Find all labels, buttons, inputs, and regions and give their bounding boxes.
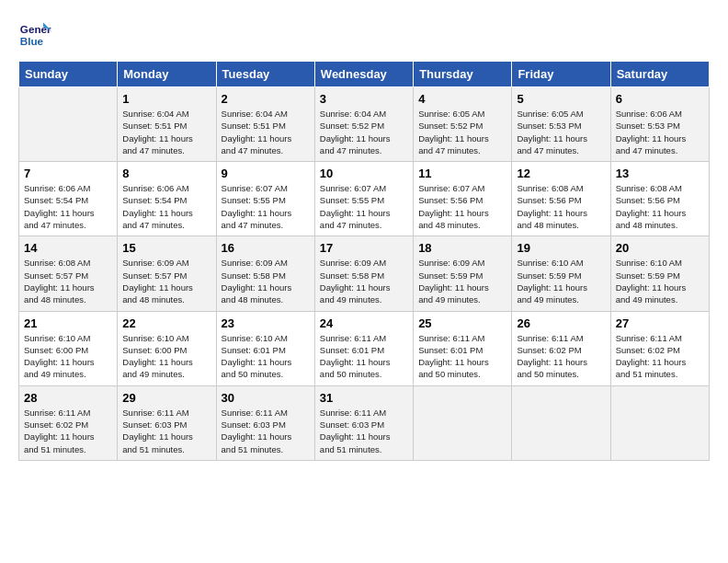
calendar-cell: 8Sunrise: 6:06 AM Sunset: 5:54 PM Daylig… — [118, 162, 216, 236]
day-info: Sunrise: 6:08 AM Sunset: 5:56 PM Dayligh… — [517, 182, 605, 231]
day-number: 2 — [222, 92, 310, 106]
calendar-cell — [19, 87, 118, 162]
calendar-week-row: 14Sunrise: 6:08 AM Sunset: 5:57 PM Dayli… — [19, 236, 710, 311]
day-number: 19 — [517, 241, 605, 255]
weekday-header-row: SundayMondayTuesdayWednesdayThursdayFrid… — [19, 62, 710, 87]
day-info: Sunrise: 6:10 AM Sunset: 5:59 PM Dayligh… — [616, 257, 704, 305]
weekday-header: Thursday — [414, 62, 512, 87]
calendar-cell: 10Sunrise: 6:07 AM Sunset: 5:55 PM Dayli… — [314, 162, 413, 236]
day-number: 28 — [24, 391, 112, 405]
calendar-cell — [512, 385, 610, 460]
day-info: Sunrise: 6:10 AM Sunset: 6:00 PM Dayligh… — [122, 332, 210, 381]
calendar-cell: 7Sunrise: 6:06 AM Sunset: 5:54 PM Daylig… — [19, 162, 118, 236]
calendar-week-row: 21Sunrise: 6:10 AM Sunset: 6:00 PM Dayli… — [19, 311, 710, 385]
calendar-cell: 2Sunrise: 6:04 AM Sunset: 5:51 PM Daylig… — [216, 87, 314, 162]
calendar-cell: 25Sunrise: 6:11 AM Sunset: 6:01 PM Dayli… — [414, 311, 512, 385]
weekday-header: Wednesday — [314, 62, 413, 87]
day-info: Sunrise: 6:09 AM Sunset: 5:59 PM Dayligh… — [418, 257, 506, 305]
day-number: 22 — [122, 316, 210, 330]
calendar-cell: 30Sunrise: 6:11 AM Sunset: 6:03 PM Dayli… — [216, 385, 314, 460]
svg-text:General: General — [20, 23, 51, 35]
calendar-cell — [414, 385, 512, 460]
weekday-header: Friday — [512, 62, 610, 87]
day-number: 30 — [222, 391, 310, 405]
weekday-header: Sunday — [19, 62, 118, 87]
day-info: Sunrise: 6:09 AM Sunset: 5:58 PM Dayligh… — [320, 257, 408, 305]
day-info: Sunrise: 6:08 AM Sunset: 5:57 PM Dayligh… — [24, 257, 112, 305]
day-number: 15 — [122, 241, 210, 255]
day-info: Sunrise: 6:05 AM Sunset: 5:53 PM Dayligh… — [517, 108, 605, 156]
calendar-cell: 31Sunrise: 6:11 AM Sunset: 6:03 PM Dayli… — [314, 385, 413, 460]
page-header: General Blue — [18, 18, 710, 52]
day-info: Sunrise: 6:06 AM Sunset: 5:54 PM Dayligh… — [24, 182, 112, 231]
calendar-cell: 16Sunrise: 6:09 AM Sunset: 5:58 PM Dayli… — [216, 236, 314, 311]
calendar-cell: 5Sunrise: 6:05 AM Sunset: 5:53 PM Daylig… — [512, 87, 610, 162]
day-info: Sunrise: 6:11 AM Sunset: 6:02 PM Dayligh… — [24, 407, 112, 455]
calendar-cell: 22Sunrise: 6:10 AM Sunset: 6:00 PM Dayli… — [118, 311, 216, 385]
calendar-cell: 12Sunrise: 6:08 AM Sunset: 5:56 PM Dayli… — [512, 162, 610, 236]
day-number: 24 — [320, 316, 408, 330]
day-number: 3 — [320, 92, 408, 106]
day-number: 14 — [24, 241, 112, 255]
day-info: Sunrise: 6:08 AM Sunset: 5:56 PM Dayligh… — [616, 182, 704, 231]
svg-text:Blue: Blue — [20, 35, 44, 47]
day-info: Sunrise: 6:09 AM Sunset: 5:57 PM Dayligh… — [122, 257, 210, 305]
day-number: 21 — [24, 316, 112, 330]
day-number: 18 — [418, 241, 506, 255]
day-number: 11 — [418, 167, 506, 180]
day-info: Sunrise: 6:05 AM Sunset: 5:52 PM Dayligh… — [418, 108, 506, 156]
weekday-header: Monday — [118, 62, 216, 87]
calendar-cell: 20Sunrise: 6:10 AM Sunset: 5:59 PM Dayli… — [610, 236, 709, 311]
logo-icon: General Blue — [18, 18, 51, 52]
calendar-week-row: 7Sunrise: 6:06 AM Sunset: 5:54 PM Daylig… — [19, 162, 710, 236]
calendar-cell: 21Sunrise: 6:10 AM Sunset: 6:00 PM Dayli… — [19, 311, 118, 385]
day-info: Sunrise: 6:10 AM Sunset: 5:59 PM Dayligh… — [517, 257, 605, 305]
day-number: 9 — [222, 167, 310, 180]
day-info: Sunrise: 6:11 AM Sunset: 6:02 PM Dayligh… — [616, 332, 704, 381]
calendar-cell: 4Sunrise: 6:05 AM Sunset: 5:52 PM Daylig… — [414, 87, 512, 162]
day-number: 8 — [122, 167, 210, 180]
calendar-cell: 11Sunrise: 6:07 AM Sunset: 5:56 PM Dayli… — [414, 162, 512, 236]
day-info: Sunrise: 6:11 AM Sunset: 6:01 PM Dayligh… — [418, 332, 506, 381]
day-number: 6 — [616, 92, 704, 106]
day-number: 29 — [122, 391, 210, 405]
calendar-cell: 17Sunrise: 6:09 AM Sunset: 5:58 PM Dayli… — [314, 236, 413, 311]
day-number: 1 — [122, 92, 210, 106]
day-number: 23 — [222, 316, 310, 330]
day-number: 10 — [320, 167, 408, 180]
day-number: 20 — [616, 241, 704, 255]
day-number: 27 — [616, 316, 704, 330]
day-number: 4 — [418, 92, 506, 106]
day-number: 31 — [320, 391, 408, 405]
day-info: Sunrise: 6:04 AM Sunset: 5:52 PM Dayligh… — [320, 108, 408, 156]
calendar-table: SundayMondayTuesdayWednesdayThursdayFrid… — [18, 61, 710, 461]
calendar-cell: 24Sunrise: 6:11 AM Sunset: 6:01 PM Dayli… — [314, 311, 413, 385]
day-info: Sunrise: 6:04 AM Sunset: 5:51 PM Dayligh… — [222, 108, 310, 156]
calendar-cell — [610, 385, 709, 460]
day-info: Sunrise: 6:11 AM Sunset: 6:02 PM Dayligh… — [517, 332, 605, 381]
day-info: Sunrise: 6:10 AM Sunset: 6:00 PM Dayligh… — [24, 332, 112, 381]
day-info: Sunrise: 6:11 AM Sunset: 6:03 PM Dayligh… — [320, 407, 408, 455]
day-number: 25 — [418, 316, 506, 330]
day-number: 7 — [24, 167, 112, 180]
day-info: Sunrise: 6:06 AM Sunset: 5:54 PM Dayligh… — [122, 182, 210, 231]
calendar-cell: 13Sunrise: 6:08 AM Sunset: 5:56 PM Dayli… — [610, 162, 709, 236]
day-info: Sunrise: 6:09 AM Sunset: 5:58 PM Dayligh… — [222, 257, 310, 305]
day-number: 16 — [222, 241, 310, 255]
day-info: Sunrise: 6:06 AM Sunset: 5:53 PM Dayligh… — [616, 108, 704, 156]
logo: General Blue — [18, 18, 55, 52]
calendar-cell: 18Sunrise: 6:09 AM Sunset: 5:59 PM Dayli… — [414, 236, 512, 311]
calendar-cell: 28Sunrise: 6:11 AM Sunset: 6:02 PM Dayli… — [19, 385, 118, 460]
calendar-cell: 6Sunrise: 6:06 AM Sunset: 5:53 PM Daylig… — [610, 87, 709, 162]
calendar-cell: 9Sunrise: 6:07 AM Sunset: 5:55 PM Daylig… — [216, 162, 314, 236]
day-info: Sunrise: 6:04 AM Sunset: 5:51 PM Dayligh… — [122, 108, 210, 156]
day-number: 12 — [517, 167, 605, 180]
day-info: Sunrise: 6:10 AM Sunset: 6:01 PM Dayligh… — [222, 332, 310, 381]
weekday-header: Tuesday — [216, 62, 314, 87]
calendar-week-row: 28Sunrise: 6:11 AM Sunset: 6:02 PM Dayli… — [19, 385, 710, 460]
calendar-cell: 3Sunrise: 6:04 AM Sunset: 5:52 PM Daylig… — [314, 87, 413, 162]
day-info: Sunrise: 6:07 AM Sunset: 5:55 PM Dayligh… — [222, 182, 310, 231]
weekday-header: Saturday — [610, 62, 709, 87]
day-info: Sunrise: 6:11 AM Sunset: 6:03 PM Dayligh… — [222, 407, 310, 455]
calendar-cell: 19Sunrise: 6:10 AM Sunset: 5:59 PM Dayli… — [512, 236, 610, 311]
